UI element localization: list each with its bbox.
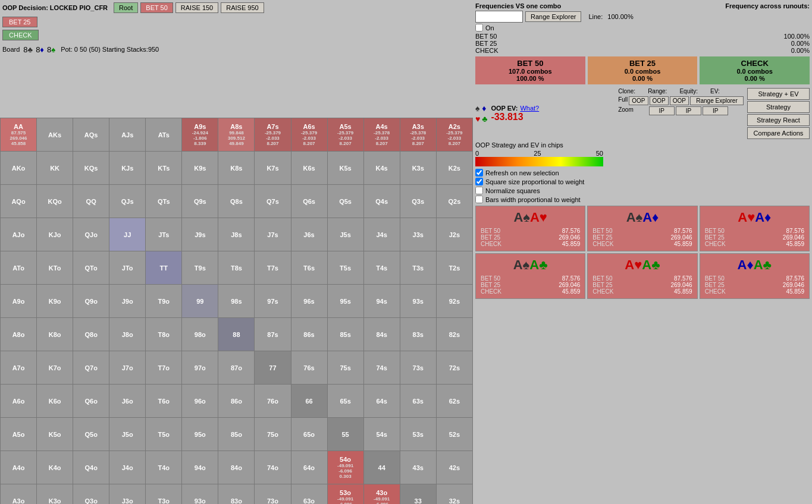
matrix-cell-q2s[interactable]: Q2s xyxy=(436,185,472,218)
matrix-cell-32s[interactable]: 32s xyxy=(436,484,472,505)
matrix-cell-54s[interactable]: 54s xyxy=(363,418,400,451)
matrix-cell-q7s[interactable]: Q7s xyxy=(255,185,291,218)
matrix-cell-43o[interactable]: 43o-49.091-6.0960.303 xyxy=(363,484,400,505)
matrix-cell-kjo[interactable]: KJo xyxy=(37,218,73,251)
matrix-cell-74s[interactable]: 74s xyxy=(363,351,400,385)
matrix-cell-k7s[interactable]: K7s xyxy=(255,152,291,185)
bars-width-checkbox[interactable] xyxy=(475,196,483,203)
matrix-cell-aqs[interactable]: AQs xyxy=(73,118,109,152)
matrix-cell-j9o[interactable]: J9o xyxy=(109,285,146,318)
pick-input[interactable] xyxy=(475,11,523,23)
matrix-cell-k3o[interactable]: K3o xyxy=(37,484,73,505)
matrix-cell-k9s[interactable]: K9s xyxy=(182,152,218,185)
matrix-cell-ato[interactable]: ATo xyxy=(1,251,37,285)
matrix-cell-ako[interactable]: AKo xyxy=(1,152,37,185)
matrix-cell-j7s[interactable]: J7s xyxy=(255,218,291,251)
matrix-cell-63s[interactable]: 63s xyxy=(400,385,436,418)
matrix-cell-j6o[interactable]: J6o xyxy=(109,385,146,418)
matrix-cell-65o[interactable]: 65o xyxy=(291,418,327,451)
check-button[interactable]: CHECK xyxy=(2,30,39,40)
matrix-cell-94s[interactable]: 94s xyxy=(363,285,400,318)
matrix-cell-42s[interactable]: 42s xyxy=(436,451,472,484)
matrix-cell-qjs[interactable]: QJs xyxy=(109,185,146,218)
matrix-cell-a8o[interactable]: A8o xyxy=(1,318,37,351)
combo-box-3[interactable]: A♠A♣BET 5087.576BET 25269.046CHECK45.859 xyxy=(475,253,585,299)
matrix-cell-k5s[interactable]: K5s xyxy=(327,152,363,185)
matrix-cell-43s[interactable]: 43s xyxy=(400,451,436,484)
matrix-cell-93s[interactable]: 93s xyxy=(400,285,436,318)
matrix-cell-a7s[interactable]: A7s-25.379-2.0338.207 xyxy=(255,118,291,152)
matrix-cell-75s[interactable]: 75s xyxy=(327,351,363,385)
diamond-icon-1[interactable]: ♦ xyxy=(482,103,487,113)
matrix-cell-52s[interactable]: 52s xyxy=(436,418,472,451)
matrix-cell-87o[interactable]: 87o xyxy=(218,351,255,385)
matrix-cell-84o[interactable]: 84o xyxy=(218,451,255,484)
matrix-cell-aa[interactable]: AA87.575269.04645.858 xyxy=(1,118,37,152)
matrix-cell-83s[interactable]: 83s xyxy=(400,318,436,351)
matrix-cell-j5s[interactable]: J5s xyxy=(327,218,363,251)
matrix-cell-55[interactable]: 55 xyxy=(327,418,363,451)
raise950-button[interactable]: RAISE 950 xyxy=(221,2,264,13)
matrix-cell-kqs[interactable]: KQs xyxy=(73,152,109,185)
matrix-cell-ats[interactable]: ATs xyxy=(146,118,182,152)
matrix-cell-ajo[interactable]: AJo xyxy=(1,218,37,251)
combo-box-5[interactable]: A♦A♣BET 5087.576BET 25269.046CHECK45.859 xyxy=(700,253,810,299)
range-explorer-btn[interactable]: Range Explorer xyxy=(690,96,744,105)
matrix-cell-t7o[interactable]: T7o xyxy=(146,351,182,385)
matrix-cell-q3s[interactable]: Q3s xyxy=(400,185,436,218)
matrix-cell-aqo[interactable]: AQo xyxy=(1,185,37,218)
matrix-cell-98o[interactable]: 98o xyxy=(182,318,218,351)
ip-btn-3[interactable]: IP xyxy=(703,106,728,115)
matrix-cell-a9o[interactable]: A9o xyxy=(1,285,37,318)
matrix-cell-83o[interactable]: 83o xyxy=(218,484,255,505)
matrix-cell-97s[interactable]: 97s xyxy=(255,285,291,318)
matrix-cell-k3s[interactable]: K3s xyxy=(400,152,436,185)
matrix-cell-73o[interactable]: 73o xyxy=(255,484,291,505)
matrix-cell-kjs[interactable]: KJs xyxy=(109,152,146,185)
square-size-checkbox[interactable] xyxy=(475,178,483,185)
compare-actions-button[interactable]: Compare Actions xyxy=(747,127,810,139)
matrix-cell-t8o[interactable]: T8o xyxy=(146,318,182,351)
matrix-cell-63o[interactable]: 63o xyxy=(291,484,327,505)
heart-icon-1[interactable]: ♥ xyxy=(475,114,481,124)
matrix-cell-a3o[interactable]: A3o xyxy=(1,484,37,505)
matrix-cell-99[interactable]: 99 xyxy=(182,285,218,318)
matrix-cell-k5o[interactable]: K5o xyxy=(37,418,73,451)
matrix-cell-62s[interactable]: 62s xyxy=(436,385,472,418)
matrix-cell-kqo[interactable]: KQo xyxy=(37,185,73,218)
matrix-cell-t8s[interactable]: T8s xyxy=(218,251,255,285)
what-link[interactable]: What? xyxy=(520,105,539,112)
matrix-cell-44[interactable]: 44 xyxy=(363,451,400,484)
matrix-cell-k6s[interactable]: K6s xyxy=(291,152,327,185)
matrix-cell-85s[interactable]: 85s xyxy=(327,318,363,351)
matrix-cell-a4s[interactable]: A4s-25.378-2.0338.207 xyxy=(363,118,400,152)
matrix-cell-k7o[interactable]: K7o xyxy=(37,351,73,385)
matrix-cell-j6s[interactable]: J6s xyxy=(291,218,327,251)
matrix-cell-jto[interactable]: JTo xyxy=(109,251,146,285)
matrix-cell-tt[interactable]: TT xyxy=(146,251,182,285)
matrix-cell-j4o[interactable]: J4o xyxy=(109,451,146,484)
matrix-cell-j8s[interactable]: J8s xyxy=(218,218,255,251)
matrix-cell-t5s[interactable]: T5s xyxy=(327,251,363,285)
matrix-cell-q8o[interactable]: Q8o xyxy=(73,318,109,351)
matrix-cell-q8s[interactable]: Q8s xyxy=(218,185,255,218)
matrix-cell-66[interactable]: 66 xyxy=(291,385,327,418)
matrix-cell-a6s[interactable]: A6s-25.379-2.0338.207 xyxy=(291,118,327,152)
matrix-cell-a5o[interactable]: A5o xyxy=(1,418,37,451)
matrix-cell-82s[interactable]: 82s xyxy=(436,318,472,351)
matrix-cell-73s[interactable]: 73s xyxy=(400,351,436,385)
matrix-cell-j9s[interactable]: J9s xyxy=(182,218,218,251)
matrix-cell-97o[interactable]: 97o xyxy=(182,351,218,385)
matrix-cell-t4s[interactable]: T4s xyxy=(363,251,400,285)
matrix-cell-q3o[interactable]: Q3o xyxy=(73,484,109,505)
matrix-cell-t7s[interactable]: T7s xyxy=(255,251,291,285)
matrix-cell-q6o[interactable]: Q6o xyxy=(73,385,109,418)
matrix-cell-64s[interactable]: 64s xyxy=(363,385,400,418)
combo-box-2[interactable]: A♥A♦BET 5087.576BET 25269.046CHECK45.859 xyxy=(700,206,810,251)
matrix-cell-86o[interactable]: 86o xyxy=(218,385,255,418)
matrix-cell-95o[interactable]: 95o xyxy=(182,418,218,451)
matrix-cell-76o[interactable]: 76o xyxy=(255,385,291,418)
matrix-cell-k4s[interactable]: K4s xyxy=(363,152,400,185)
matrix-cell-a7o[interactable]: A7o xyxy=(1,351,37,385)
strategy-ev-button[interactable]: Strategy + EV xyxy=(747,88,810,100)
